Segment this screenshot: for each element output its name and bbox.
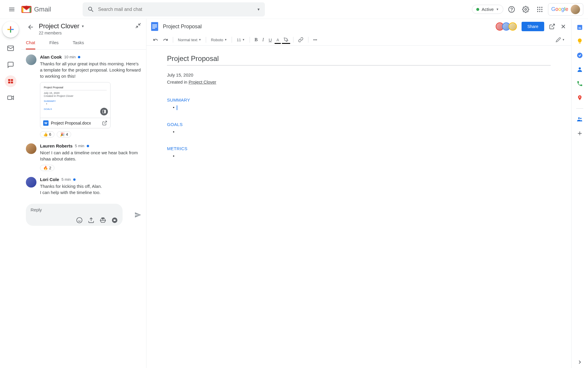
rooms-nav[interactable] <box>5 75 16 87</box>
upload-icon[interactable] <box>88 217 94 223</box>
tab-files[interactable]: Files <box>49 40 59 49</box>
voice-addon[interactable] <box>576 80 583 87</box>
attachment-filename: Project Proposal.docx <box>51 121 91 125</box>
bold-button[interactable]: B <box>253 36 260 44</box>
message-item: Lauren Roberts 5 min Nice! I can add a t… <box>26 143 141 171</box>
svg-point-4 <box>537 7 538 8</box>
doc-section-heading: GOALS <box>167 122 551 127</box>
message-list: Alan Cook 10 min Thanks for all your gre… <box>21 50 146 368</box>
reaction-chip[interactable]: 🔥 2 <box>40 165 54 171</box>
keep-addon[interactable] <box>576 38 583 45</box>
account-chip[interactable]: Google <box>548 3 583 16</box>
reaction-chip[interactable]: 👍 6 <box>40 131 54 137</box>
compose-button[interactable] <box>2 21 19 38</box>
mail-nav[interactable] <box>5 42 16 54</box>
help-button[interactable] <box>506 4 517 15</box>
text-cursor <box>177 105 177 110</box>
close-button[interactable] <box>560 23 567 30</box>
back-button[interactable] <box>26 22 35 32</box>
tab-chat[interactable]: Chat <box>26 40 35 49</box>
calendar-addon[interactable]: 31 <box>576 24 583 31</box>
collaborator-avatar[interactable] <box>509 22 517 31</box>
tasks-addon[interactable] <box>576 52 583 59</box>
unread-dot <box>78 56 80 58</box>
search-bar[interactable]: ▼ <box>83 2 265 16</box>
highlight-button[interactable] <box>282 36 290 43</box>
underline-button[interactable]: U <box>267 36 274 44</box>
style-dropdown[interactable]: Normal text ▼ <box>176 37 203 43</box>
people-addon[interactable] <box>576 116 583 123</box>
reaction-chip[interactable]: 🎉 4 <box>57 131 71 137</box>
meet-nav[interactable] <box>5 92 16 104</box>
doc-body[interactable]: Project Proposal July 15, 2020 Created i… <box>146 46 571 368</box>
svg-point-11 <box>539 11 540 12</box>
side-panel: 31 <box>572 19 588 368</box>
author-avatar[interactable] <box>26 143 36 154</box>
collaborator-avatars[interactable] <box>497 22 517 31</box>
svg-point-28 <box>578 117 580 119</box>
message-item: Alan Cook 10 min Thanks for all your gre… <box>26 54 141 137</box>
message-time: 5 min <box>61 177 71 182</box>
document-panel: Project Proposal Share Normal text ▼ Rob… <box>146 19 572 368</box>
svg-rect-20 <box>104 110 106 113</box>
attachment-preview: Project Proposal July 15, 2020 Created i… <box>40 82 110 118</box>
font-dropdown[interactable]: Roboto ▼ <box>209 37 229 43</box>
reply-input[interactable]: Reply <box>26 204 123 226</box>
share-button[interactable]: Share <box>522 22 544 31</box>
chat-nav[interactable] <box>5 59 16 71</box>
collapse-button[interactable] <box>135 22 141 29</box>
author-avatar[interactable] <box>26 54 36 65</box>
room-title[interactable]: Project Clover ▼ <box>39 22 131 30</box>
open-external-icon[interactable] <box>102 120 107 126</box>
doc-created-in: Created in Project Clover <box>167 79 551 86</box>
google-apps-button[interactable] <box>534 4 546 15</box>
message-text: Thanks for kicking this off, Alan. I can… <box>40 183 141 195</box>
svg-point-12 <box>541 11 542 12</box>
video-call-icon[interactable] <box>111 217 118 223</box>
contacts-addon[interactable] <box>576 66 583 73</box>
text-color-button[interactable]: A <box>275 37 281 43</box>
expand-side-panel[interactable] <box>576 361 583 368</box>
font-size-dropdown[interactable]: 11 ▼ <box>235 37 246 43</box>
author-name: Alan Cook <box>40 54 62 59</box>
status-label: Active <box>482 7 494 12</box>
italic-button[interactable]: I <box>260 36 265 44</box>
drive-icon[interactable] <box>100 217 106 223</box>
user-avatar[interactable] <box>571 5 580 14</box>
svg-point-29 <box>580 118 582 119</box>
svg-point-3 <box>525 9 527 10</box>
svg-rect-17 <box>11 82 13 83</box>
message-time: 5 min <box>75 144 84 148</box>
svg-point-5 <box>539 7 540 8</box>
search-icon <box>87 6 94 13</box>
search-input[interactable] <box>98 7 253 12</box>
doc-section-heading: SUMMARY <box>167 97 551 102</box>
more-options-button[interactable]: ••• <box>311 37 319 43</box>
svg-text:31: 31 <box>578 26 581 29</box>
search-options-dropdown[interactable]: ▼ <box>257 7 260 11</box>
side-panel-icon[interactable] <box>100 108 108 115</box>
message-item: Lori Cole 5 min Thanks for kicking this … <box>26 177 141 195</box>
svg-point-2 <box>511 11 512 11</box>
status-chip[interactable]: Active ▼ <box>472 5 503 14</box>
emoji-icon[interactable] <box>76 217 83 223</box>
svg-rect-16 <box>8 82 10 83</box>
insert-link-button[interactable] <box>296 36 305 44</box>
member-count: 22 members <box>39 31 131 35</box>
doc-room-link[interactable]: Project Clover <box>188 79 216 84</box>
add-addon-button[interactable] <box>576 130 583 137</box>
settings-button[interactable] <box>520 4 532 15</box>
word-doc-icon: W <box>43 120 49 126</box>
send-button[interactable] <box>134 211 141 218</box>
author-avatar[interactable] <box>26 177 36 188</box>
maps-addon[interactable] <box>576 94 583 101</box>
open-in-new-icon[interactable] <box>549 23 555 30</box>
app-header: Gmail ▼ Active ▼ Google <box>0 0 588 19</box>
editing-mode-button[interactable]: ▼ <box>554 36 567 44</box>
redo-button[interactable] <box>161 36 170 44</box>
tab-tasks[interactable]: Tasks <box>73 40 84 49</box>
hamburger-menu[interactable] <box>5 2 19 16</box>
attachment-card[interactable]: Project Proposal July 15, 2020 Created i… <box>40 82 111 128</box>
undo-button[interactable] <box>151 36 160 44</box>
gmail-logo[interactable]: Gmail <box>21 5 51 14</box>
